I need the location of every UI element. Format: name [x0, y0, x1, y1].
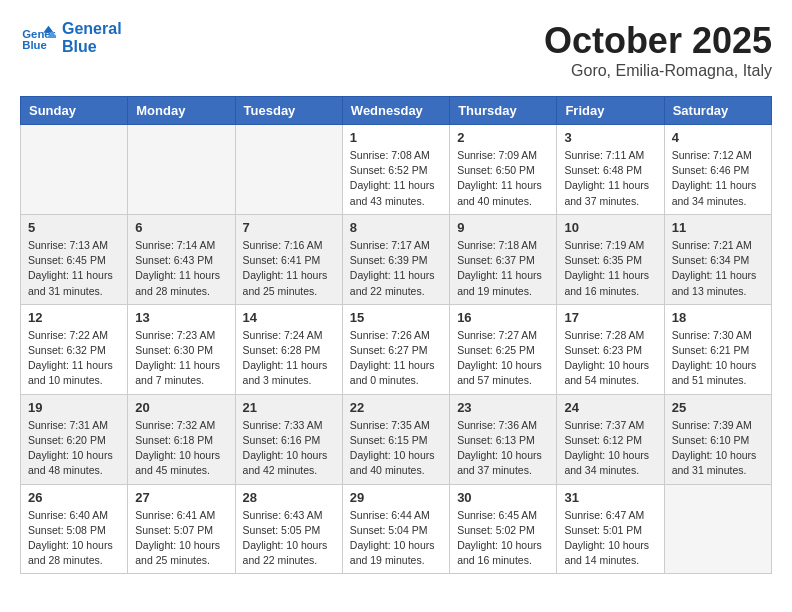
day-info: Sunrise: 7:21 AM Sunset: 6:34 PM Dayligh… [672, 238, 764, 299]
calendar-cell: 8Sunrise: 7:17 AM Sunset: 6:39 PM Daylig… [342, 214, 449, 304]
day-info: Sunrise: 6:41 AM Sunset: 5:07 PM Dayligh… [135, 508, 227, 569]
calendar-cell: 17Sunrise: 7:28 AM Sunset: 6:23 PM Dayli… [557, 304, 664, 394]
logo-icon: General Blue [20, 24, 56, 52]
calendar-cell: 28Sunrise: 6:43 AM Sunset: 5:05 PM Dayli… [235, 484, 342, 574]
calendar-cell: 14Sunrise: 7:24 AM Sunset: 6:28 PM Dayli… [235, 304, 342, 394]
weekday-header-friday: Friday [557, 97, 664, 125]
calendar: SundayMondayTuesdayWednesdayThursdayFrid… [20, 96, 772, 574]
day-number: 3 [564, 130, 656, 145]
day-number: 24 [564, 400, 656, 415]
day-number: 2 [457, 130, 549, 145]
day-number: 20 [135, 400, 227, 415]
calendar-cell: 31Sunrise: 6:47 AM Sunset: 5:01 PM Dayli… [557, 484, 664, 574]
day-info: Sunrise: 6:45 AM Sunset: 5:02 PM Dayligh… [457, 508, 549, 569]
calendar-cell: 3Sunrise: 7:11 AM Sunset: 6:48 PM Daylig… [557, 125, 664, 215]
day-info: Sunrise: 6:40 AM Sunset: 5:08 PM Dayligh… [28, 508, 120, 569]
day-info: Sunrise: 7:27 AM Sunset: 6:25 PM Dayligh… [457, 328, 549, 389]
weekday-header-row: SundayMondayTuesdayWednesdayThursdayFrid… [21, 97, 772, 125]
day-info: Sunrise: 7:37 AM Sunset: 6:12 PM Dayligh… [564, 418, 656, 479]
day-number: 18 [672, 310, 764, 325]
day-info: Sunrise: 7:08 AM Sunset: 6:52 PM Dayligh… [350, 148, 442, 209]
day-info: Sunrise: 7:12 AM Sunset: 6:46 PM Dayligh… [672, 148, 764, 209]
calendar-cell: 2Sunrise: 7:09 AM Sunset: 6:50 PM Daylig… [450, 125, 557, 215]
calendar-cell: 29Sunrise: 6:44 AM Sunset: 5:04 PM Dayli… [342, 484, 449, 574]
day-number: 23 [457, 400, 549, 415]
calendar-cell: 13Sunrise: 7:23 AM Sunset: 6:30 PM Dayli… [128, 304, 235, 394]
day-number: 10 [564, 220, 656, 235]
day-info: Sunrise: 7:33 AM Sunset: 6:16 PM Dayligh… [243, 418, 335, 479]
calendar-cell [128, 125, 235, 215]
day-number: 12 [28, 310, 120, 325]
day-info: Sunrise: 7:35 AM Sunset: 6:15 PM Dayligh… [350, 418, 442, 479]
day-info: Sunrise: 7:13 AM Sunset: 6:45 PM Dayligh… [28, 238, 120, 299]
day-number: 28 [243, 490, 335, 505]
calendar-cell: 16Sunrise: 7:27 AM Sunset: 6:25 PM Dayli… [450, 304, 557, 394]
day-number: 21 [243, 400, 335, 415]
location: Goro, Emilia-Romagna, Italy [544, 62, 772, 80]
day-info: Sunrise: 7:39 AM Sunset: 6:10 PM Dayligh… [672, 418, 764, 479]
calendar-cell: 11Sunrise: 7:21 AM Sunset: 6:34 PM Dayli… [664, 214, 771, 304]
day-info: Sunrise: 7:32 AM Sunset: 6:18 PM Dayligh… [135, 418, 227, 479]
day-number: 31 [564, 490, 656, 505]
day-info: Sunrise: 7:11 AM Sunset: 6:48 PM Dayligh… [564, 148, 656, 209]
calendar-cell: 25Sunrise: 7:39 AM Sunset: 6:10 PM Dayli… [664, 394, 771, 484]
logo-text: GeneralBlue [62, 20, 122, 55]
day-number: 6 [135, 220, 227, 235]
calendar-cell: 6Sunrise: 7:14 AM Sunset: 6:43 PM Daylig… [128, 214, 235, 304]
day-number: 14 [243, 310, 335, 325]
day-number: 13 [135, 310, 227, 325]
day-info: Sunrise: 7:19 AM Sunset: 6:35 PM Dayligh… [564, 238, 656, 299]
calendar-cell: 4Sunrise: 7:12 AM Sunset: 6:46 PM Daylig… [664, 125, 771, 215]
title-block: October 2025 Goro, Emilia-Romagna, Italy [544, 20, 772, 80]
day-info: Sunrise: 6:43 AM Sunset: 5:05 PM Dayligh… [243, 508, 335, 569]
day-info: Sunrise: 7:17 AM Sunset: 6:39 PM Dayligh… [350, 238, 442, 299]
day-number: 19 [28, 400, 120, 415]
weekday-header-thursday: Thursday [450, 97, 557, 125]
day-number: 29 [350, 490, 442, 505]
weekday-header-monday: Monday [128, 97, 235, 125]
day-info: Sunrise: 7:26 AM Sunset: 6:27 PM Dayligh… [350, 328, 442, 389]
calendar-cell: 5Sunrise: 7:13 AM Sunset: 6:45 PM Daylig… [21, 214, 128, 304]
weekday-header-tuesday: Tuesday [235, 97, 342, 125]
calendar-cell: 30Sunrise: 6:45 AM Sunset: 5:02 PM Dayli… [450, 484, 557, 574]
day-number: 7 [243, 220, 335, 235]
calendar-cell: 20Sunrise: 7:32 AM Sunset: 6:18 PM Dayli… [128, 394, 235, 484]
day-info: Sunrise: 7:16 AM Sunset: 6:41 PM Dayligh… [243, 238, 335, 299]
day-number: 15 [350, 310, 442, 325]
day-info: Sunrise: 7:30 AM Sunset: 6:21 PM Dayligh… [672, 328, 764, 389]
day-info: Sunrise: 7:36 AM Sunset: 6:13 PM Dayligh… [457, 418, 549, 479]
day-number: 17 [564, 310, 656, 325]
week-row-2: 5Sunrise: 7:13 AM Sunset: 6:45 PM Daylig… [21, 214, 772, 304]
day-info: Sunrise: 7:18 AM Sunset: 6:37 PM Dayligh… [457, 238, 549, 299]
calendar-cell: 12Sunrise: 7:22 AM Sunset: 6:32 PM Dayli… [21, 304, 128, 394]
day-number: 25 [672, 400, 764, 415]
calendar-cell: 23Sunrise: 7:36 AM Sunset: 6:13 PM Dayli… [450, 394, 557, 484]
day-number: 27 [135, 490, 227, 505]
day-number: 5 [28, 220, 120, 235]
weekday-header-wednesday: Wednesday [342, 97, 449, 125]
calendar-cell: 1Sunrise: 7:08 AM Sunset: 6:52 PM Daylig… [342, 125, 449, 215]
svg-text:Blue: Blue [22, 39, 47, 51]
month-title: October 2025 [544, 20, 772, 62]
calendar-cell: 19Sunrise: 7:31 AM Sunset: 6:20 PM Dayli… [21, 394, 128, 484]
day-info: Sunrise: 7:22 AM Sunset: 6:32 PM Dayligh… [28, 328, 120, 389]
page-header: General Blue GeneralBlue October 2025 Go… [20, 20, 772, 80]
calendar-cell: 9Sunrise: 7:18 AM Sunset: 6:37 PM Daylig… [450, 214, 557, 304]
calendar-cell [21, 125, 128, 215]
week-row-4: 19Sunrise: 7:31 AM Sunset: 6:20 PM Dayli… [21, 394, 772, 484]
day-info: Sunrise: 7:23 AM Sunset: 6:30 PM Dayligh… [135, 328, 227, 389]
day-info: Sunrise: 6:44 AM Sunset: 5:04 PM Dayligh… [350, 508, 442, 569]
day-info: Sunrise: 7:09 AM Sunset: 6:50 PM Dayligh… [457, 148, 549, 209]
calendar-cell [664, 484, 771, 574]
day-number: 9 [457, 220, 549, 235]
week-row-1: 1Sunrise: 7:08 AM Sunset: 6:52 PM Daylig… [21, 125, 772, 215]
day-info: Sunrise: 6:47 AM Sunset: 5:01 PM Dayligh… [564, 508, 656, 569]
week-row-3: 12Sunrise: 7:22 AM Sunset: 6:32 PM Dayli… [21, 304, 772, 394]
day-number: 26 [28, 490, 120, 505]
calendar-cell: 15Sunrise: 7:26 AM Sunset: 6:27 PM Dayli… [342, 304, 449, 394]
calendar-cell: 27Sunrise: 6:41 AM Sunset: 5:07 PM Dayli… [128, 484, 235, 574]
day-info: Sunrise: 7:28 AM Sunset: 6:23 PM Dayligh… [564, 328, 656, 389]
day-number: 11 [672, 220, 764, 235]
day-number: 16 [457, 310, 549, 325]
calendar-cell: 10Sunrise: 7:19 AM Sunset: 6:35 PM Dayli… [557, 214, 664, 304]
